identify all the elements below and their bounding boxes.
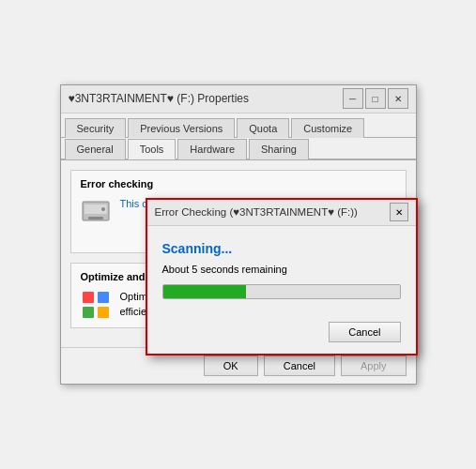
ok-button[interactable]: OK xyxy=(204,356,258,376)
progress-bar-container xyxy=(162,284,401,299)
error-checking-title: Error checking xyxy=(81,178,396,189)
modal-cancel-button[interactable]: Cancel xyxy=(329,322,400,342)
modal-body: Scanning... About 5 seconds remaining xyxy=(147,226,416,322)
cancel-button[interactable]: Cancel xyxy=(264,356,335,376)
tab-tools[interactable]: Tools xyxy=(128,139,177,159)
modal-footer: Cancel xyxy=(147,322,416,354)
tab-quota[interactable]: Quota xyxy=(237,118,289,138)
progress-bar-fill xyxy=(163,285,246,298)
title-bar-controls: ─ □ ✕ xyxy=(343,88,408,109)
tab-customize[interactable]: Customize xyxy=(291,118,364,138)
svg-rect-7 xyxy=(83,307,94,318)
tab-hardware[interactable]: Hardware xyxy=(177,139,247,159)
svg-rect-8 xyxy=(98,307,109,318)
svg-rect-5 xyxy=(83,292,94,303)
modal-title-bar: Error Checking (♥3NT3RTAINMENT♥ (F:)) ✕ xyxy=(147,200,416,226)
maximize-button[interactable]: □ xyxy=(365,88,386,109)
properties-window: ♥3NT3RTAINMENT♥ (F:) Properties ─ □ ✕ Se… xyxy=(60,84,417,385)
modal-title: Error Checking (♥3NT3RTAINMENT♥ (F:)) xyxy=(155,206,358,218)
time-remaining-label: About 5 seconds remaining xyxy=(162,264,401,275)
svg-rect-2 xyxy=(88,217,103,219)
window-title: ♥3NT3RTAINMENT♥ (F:) Properties xyxy=(69,92,250,105)
error-checking-modal: Error Checking (♥3NT3RTAINMENT♥ (F:)) ✕ … xyxy=(146,198,418,356)
tabs-row2: General Tools Hardware Sharing xyxy=(61,138,416,160)
svg-point-3 xyxy=(101,207,105,211)
close-button[interactable]: ✕ xyxy=(388,88,408,109)
tab-general[interactable]: General xyxy=(65,139,126,159)
svg-rect-6 xyxy=(98,292,109,303)
modal-close-button[interactable]: ✕ xyxy=(390,203,408,221)
drive-icon xyxy=(81,197,111,227)
apply-button[interactable]: Apply xyxy=(341,356,407,376)
tab-previous-versions[interactable]: Previous Versions xyxy=(128,118,235,138)
scanning-label: Scanning... xyxy=(162,241,401,256)
optimize-icon xyxy=(81,290,111,320)
tab-security[interactable]: Security xyxy=(65,118,127,138)
minimize-button[interactable]: ─ xyxy=(343,88,363,109)
tabs-row1: Security Previous Versions Quota Customi… xyxy=(61,113,416,138)
title-bar: ♥3NT3RTAINMENT♥ (F:) Properties ─ □ ✕ xyxy=(61,85,416,113)
tab-sharing[interactable]: Sharing xyxy=(249,139,309,159)
